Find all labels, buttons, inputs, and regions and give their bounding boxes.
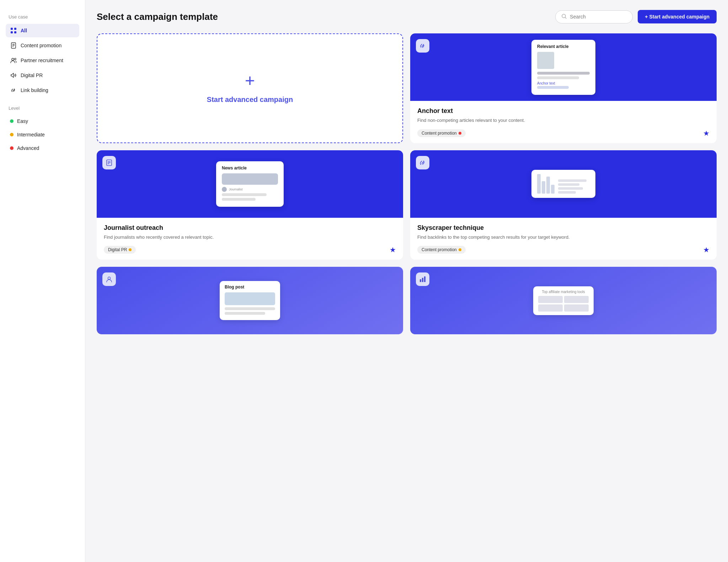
skyscraper-title: Skyscraper technique [417, 224, 710, 232]
news-img-block [222, 173, 278, 185]
megaphone-icon [10, 72, 17, 79]
svg-rect-3 [14, 31, 16, 33]
svg-rect-19 [424, 276, 425, 282]
sidebar-item-intermediate-label: Intermediate [17, 132, 45, 137]
journalist-card-preview: News article Journalist [216, 161, 284, 207]
card-anchor-text[interactable]: Relevant article Anchor text Anchor text… [410, 33, 717, 143]
search-icon [561, 13, 567, 20]
svg-line-11 [565, 17, 567, 18]
journalist-outreach-tag[interactable]: Digital PR [104, 246, 136, 254]
skyscraper-tag[interactable]: Content promotion [417, 246, 466, 254]
journalist-outreach-star[interactable]: ★ [390, 245, 396, 254]
journalist-avatar [222, 187, 227, 192]
card-skyscraper[interactable]: Skyscraper technique Find backlinks to t… [410, 150, 717, 260]
blog-img-block [225, 292, 275, 305]
link-icon [10, 87, 17, 94]
blog-post-preview-title: Blog post [225, 285, 275, 290]
svg-rect-17 [420, 279, 421, 282]
sky-line-4 [558, 191, 576, 194]
anchor-preview-title: Relevant article [537, 44, 590, 49]
advanced-campaign-label: Start advanced campaign [207, 95, 293, 104]
anchor-text-body: Anchor text Find non-competing articles … [410, 101, 717, 143]
news-title: News article [222, 166, 278, 171]
blog-post-image: Blog post [97, 267, 403, 334]
campaign-grid: + Start advanced campaign Relevant artic… [97, 33, 717, 334]
sidebar-item-partner-recruitment[interactable]: Partner recruitment [6, 54, 79, 67]
svg-rect-2 [11, 31, 13, 33]
anchor-text-star[interactable]: ★ [703, 129, 710, 137]
blog-post-preview: Blog post [220, 281, 280, 320]
card-advanced-campaign[interactable]: + Start advanced campaign [97, 33, 403, 143]
sidebar-item-link-building-label: Link building [21, 87, 48, 93]
anchor-text-tag-label: Content promotion [422, 131, 457, 136]
header-actions: + Start advanced campaign [555, 10, 717, 23]
journalist-row: Journalist [222, 187, 278, 192]
card-journalist-outreach[interactable]: News article Journalist Journalist outre… [97, 150, 403, 260]
plus-icon: + [245, 72, 255, 89]
main-content: Select a campaign template + Start advan… [85, 0, 728, 562]
sidebar-item-content-promotion[interactable]: Content promotion [6, 39, 79, 52]
svg-rect-18 [422, 278, 423, 282]
anchor-text-icon-badge [416, 39, 429, 53]
skyscraper-body: Skyscraper technique Find backlinks to t… [410, 218, 717, 260]
sidebar-item-advanced[interactable]: Advanced [6, 142, 79, 154]
anchor-text-tag[interactable]: Content promotion [417, 129, 466, 137]
skyscraper-lines [558, 179, 587, 194]
level-label: Level [6, 104, 79, 114]
card-blog-post[interactable]: Blog post [97, 267, 403, 334]
anchor-text-desc: Find non-competing articles relevant to … [417, 117, 710, 124]
sidebar-item-all[interactable]: All [6, 24, 79, 37]
affiliate-grid [538, 296, 589, 312]
anchor-preview-link: Anchor text [537, 81, 590, 85]
journalist-outreach-footer: Digital PR ★ [104, 245, 396, 254]
journalist-outreach-tag-label: Digital PR [108, 247, 127, 252]
sidebar-item-easy[interactable]: Easy [6, 115, 79, 127]
svg-rect-1 [14, 28, 16, 30]
journalist-outreach-desc: Find journalists who recently covered a … [104, 234, 396, 241]
journalist-icon-badge [102, 156, 116, 169]
skyscraper-star[interactable]: ★ [703, 245, 710, 254]
page-title: Select a campaign template [97, 11, 218, 22]
blog-post-icon-badge [102, 272, 116, 286]
sky-line-2 [558, 183, 579, 186]
affiliate-block-4 [564, 304, 589, 312]
sidebar-item-intermediate[interactable]: Intermediate [6, 129, 79, 141]
sidebar-item-all-label: All [21, 28, 27, 33]
search-box[interactable] [555, 10, 633, 23]
journalist-outreach-title: Journalist outreach [104, 224, 396, 232]
easy-dot [10, 119, 14, 123]
anchor-text-title: Anchor text [417, 107, 710, 115]
sidebar-item-digital-pr-label: Digital PR [21, 72, 43, 78]
skyscraper-desc: Find backlinks to the top competing sear… [417, 234, 710, 241]
start-advanced-campaign-button[interactable]: + Start advanced campaign [638, 10, 717, 23]
advanced-dot [10, 146, 14, 150]
sidebar-item-advanced-label: Advanced [17, 145, 39, 151]
journalist-outreach-image: News article Journalist [97, 150, 403, 218]
search-input[interactable] [570, 14, 627, 20]
svg-point-9 [15, 58, 16, 60]
skyscraper-card-preview [531, 170, 595, 198]
anchor-text-tag-dot [459, 132, 461, 135]
doc-icon [10, 42, 17, 49]
anchor-text-image: Relevant article Anchor text [410, 33, 717, 101]
journalist-name: Journalist [229, 188, 243, 191]
bar-4 [551, 185, 555, 194]
sidebar: Use case All Content promotion Partner r… [0, 0, 85, 562]
intermediate-dot [10, 133, 14, 136]
bar-group [537, 174, 555, 194]
journalist-tag-dot [129, 248, 132, 251]
grid-icon [10, 27, 17, 34]
sky-line-1 [558, 179, 587, 182]
use-case-label: Use case [6, 13, 79, 22]
affiliate-image: Top affiliate marketing tools [410, 267, 717, 334]
card-affiliate[interactable]: Top affiliate marketing tools [410, 267, 717, 334]
sidebar-item-link-building[interactable]: Link building [6, 83, 79, 97]
skyscraper-image [410, 150, 717, 218]
bar-2 [542, 181, 545, 194]
affiliate-block-3 [538, 304, 563, 312]
svg-point-8 [12, 58, 14, 60]
sidebar-item-digital-pr[interactable]: Digital PR [6, 69, 79, 82]
bar-1 [537, 174, 541, 194]
affiliate-preview-title: Top affiliate marketing tools [538, 290, 589, 294]
affiliate-block-1 [538, 296, 563, 303]
